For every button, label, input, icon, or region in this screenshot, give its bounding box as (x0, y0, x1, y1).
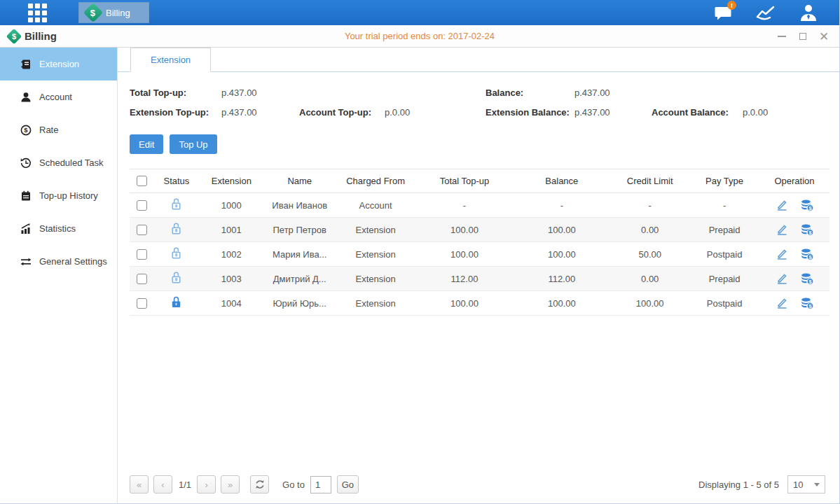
extension-cell: 1001 (199, 218, 264, 242)
account-topup-label: Account Top-up: (299, 107, 385, 118)
extension-table-body: 1000 Иван Иванов Account - - - - (130, 193, 829, 316)
tab-extension[interactable]: Extension (130, 48, 211, 72)
extension-topup-label: Extension Top-up: (130, 107, 221, 118)
page-size-select[interactable]: 10 (787, 475, 825, 493)
total-topup-value: p.437.00 (221, 88, 257, 98)
total-topup-cell: 112.00 (416, 267, 514, 291)
extension-cell: 1004 (199, 291, 264, 316)
extension-balance-value: p.437.00 (574, 107, 652, 118)
balance-cell: 100.00 (513, 291, 610, 316)
edit-icon[interactable] (776, 224, 788, 235)
account-topup-value: p.0.00 (385, 107, 410, 118)
topup-icon[interactable]: $ (801, 248, 814, 260)
messages-icon[interactable]: ! (711, 2, 735, 23)
account-balance-label: Account Balance: (652, 107, 743, 118)
pay-type-cell: - (689, 193, 759, 218)
scheduled-task-icon (20, 158, 32, 169)
balance-cell: 112.00 (513, 267, 610, 291)
topup-icon[interactable]: $ (801, 224, 814, 236)
total-topup-cell: - (416, 193, 514, 218)
row-checkbox[interactable] (137, 298, 147, 309)
first-page-button[interactable]: « (130, 475, 149, 493)
edit-button[interactable]: Edit (130, 134, 163, 154)
table-row[interactable]: 1001 Петр Петров Extension 100.00 100.00… (130, 218, 829, 242)
name-cell: Иван Иванов (264, 193, 336, 218)
locked-icon (170, 295, 182, 311)
rate-icon: $ (20, 125, 32, 136)
unlocked-icon (170, 271, 182, 286)
table-header-row: Status Extension Name Charged From Total… (130, 169, 829, 193)
topup-icon[interactable]: $ (801, 298, 814, 309)
trial-notice: Your trial period ends on: 2017-02-24 (345, 31, 495, 41)
table-row[interactable]: 1002 Мария Ива... Extension 100.00 100.0… (130, 242, 829, 267)
balance-value: p.437.00 (574, 88, 610, 98)
credit-limit-cell: 100.00 (610, 291, 689, 316)
close-icon[interactable]: ✕ (818, 31, 829, 42)
chart-icon[interactable] (754, 2, 778, 23)
sidebar-item-general-settings[interactable]: General Settings (0, 245, 117, 278)
credit-limit-cell: 50.00 (610, 242, 689, 267)
row-checkbox[interactable] (137, 249, 147, 260)
status-cell (154, 242, 199, 267)
main-content: Extension Total Top-up: p.437.00 Extensi… (118, 48, 839, 503)
credit-limit-cell: - (610, 193, 689, 218)
row-checkbox[interactable] (137, 225, 147, 235)
charged-from-cell: Extension (336, 218, 416, 242)
edit-icon[interactable] (776, 200, 788, 211)
maximize-icon[interactable] (797, 31, 808, 42)
col-total-topup: Total Top-up (416, 169, 514, 193)
go-button[interactable]: Go (337, 475, 359, 493)
titlebar: $ Billing Your trial period ends on: 201… (0, 25, 839, 48)
last-page-button[interactable]: » (221, 475, 240, 493)
table-row[interactable]: 1004 Юрий Юрь... Extension 100.00 100.00… (130, 291, 829, 316)
operation-cell: $ (759, 298, 829, 309)
col-pay-type: Pay Type (689, 169, 759, 193)
window-title: $ Billing (8, 30, 57, 42)
edit-icon[interactable] (776, 298, 788, 309)
total-topup-label: Total Top-up: (130, 88, 221, 98)
billing-diamond-icon: $ (83, 3, 103, 22)
edit-icon[interactable] (776, 273, 788, 284)
app-grid-icon[interactable] (27, 2, 48, 23)
row-checkbox[interactable] (137, 200, 147, 211)
balance-cell: 100.00 (513, 242, 610, 267)
unlocked-icon (170, 222, 182, 237)
pay-type-cell: Prepaid (689, 267, 759, 291)
topup-icon[interactable]: $ (801, 200, 814, 211)
sidebar-item-scheduled-task[interactable]: Scheduled Task (0, 146, 117, 179)
col-name: Name (264, 169, 336, 193)
sidebar: Extension Account $ Rate (0, 48, 118, 503)
row-checkbox[interactable] (137, 274, 147, 284)
table-row[interactable]: 1003 Дмитрий Д... Extension 112.00 112.0… (130, 267, 829, 291)
taskbar: $ Billing ! (0, 0, 839, 25)
table-row[interactable]: 1000 Иван Иванов Account - - - - (130, 193, 829, 218)
col-status: Status (154, 169, 199, 193)
topup-button[interactable]: Top Up (170, 134, 216, 154)
sidebar-item-statistics[interactable]: Statistics (0, 212, 117, 245)
operation-cell: $ (759, 273, 829, 285)
sidebar-item-topup-history[interactable]: Top-up History (0, 179, 117, 212)
total-topup-cell: 100.00 (416, 218, 514, 242)
sidebar-item-extension[interactable]: Extension (0, 48, 117, 80)
col-extension: Extension (199, 169, 264, 193)
tab-strip: Extension (118, 48, 839, 72)
select-all-checkbox[interactable] (137, 176, 147, 186)
prev-page-button[interactable]: ‹ (153, 475, 172, 493)
next-page-button[interactable]: › (197, 475, 216, 493)
credit-limit-cell: 0.00 (610, 218, 689, 242)
extension-icon (20, 59, 32, 70)
minimize-icon[interactable] (776, 31, 787, 42)
edit-icon[interactable] (776, 248, 788, 260)
user-icon[interactable] (797, 2, 820, 23)
billing-diamond-icon: $ (6, 28, 22, 44)
sidebar-item-account[interactable]: Account (0, 80, 117, 113)
goto-page-input[interactable] (310, 476, 331, 493)
statistics-icon (20, 223, 32, 234)
sidebar-item-rate[interactable]: $ Rate (0, 113, 117, 146)
general-settings-icon (20, 256, 32, 267)
extension-balance-label: Extension Balance: (486, 107, 574, 118)
pay-type-cell: Postpaid (689, 291, 759, 316)
taskbar-tab-billing[interactable]: $ Billing (78, 2, 149, 23)
topup-icon[interactable]: $ (801, 273, 814, 285)
refresh-button[interactable] (250, 475, 269, 493)
